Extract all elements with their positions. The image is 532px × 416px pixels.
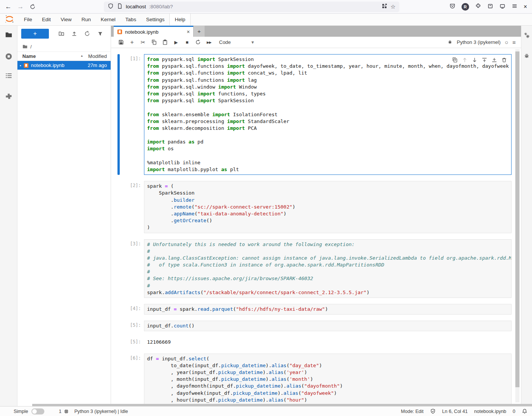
bookmark-star-icon[interactable]: ☆ bbox=[391, 3, 396, 10]
restart-kernel-icon[interactable] bbox=[192, 37, 203, 47]
file-row-selected[interactable]: • notebook.ipynb 27m ago bbox=[17, 61, 111, 70]
code-line: df = input_df.select( bbox=[147, 355, 509, 362]
simple-mode-toggle[interactable] bbox=[31, 408, 44, 414]
url-bar[interactable]: localhost:8080/lab? ☆ bbox=[104, 2, 399, 12]
menu-run[interactable]: Run bbox=[77, 14, 96, 25]
library-icon[interactable] bbox=[487, 3, 493, 11]
menu-help[interactable]: Help bbox=[169, 14, 191, 25]
running-kernels-icon[interactable] bbox=[4, 52, 13, 61]
cell-collapser[interactable] bbox=[117, 321, 120, 331]
notebook-tab[interactable]: notebook.ipynb × bbox=[114, 26, 193, 37]
kernel-name[interactable]: Python 3 (ipykernel) bbox=[457, 39, 501, 45]
paste-cells-icon[interactable] bbox=[160, 37, 171, 47]
cursor-position[interactable]: Ln 6, Col 41 bbox=[442, 409, 468, 414]
breadcrumb[interactable]: / bbox=[17, 42, 111, 51]
kernel-sessions[interactable]: 1 bbox=[59, 409, 69, 414]
run-all-icon[interactable]: ▶▶ bbox=[203, 37, 214, 47]
save-icon[interactable] bbox=[116, 37, 127, 47]
cell-collapser[interactable] bbox=[117, 354, 120, 406]
cell-hover-toolbar bbox=[450, 56, 509, 64]
menu-edit[interactable]: Edit bbox=[37, 14, 56, 25]
file-browser-toolbar: + bbox=[17, 26, 111, 42]
debugger-bug-icon[interactable] bbox=[447, 39, 453, 46]
profile-avatar[interactable]: R bbox=[462, 3, 469, 11]
page-icon[interactable] bbox=[117, 3, 123, 10]
cell-editor[interactable]: df = input_df.select( to_date(input_df.p… bbox=[144, 354, 512, 406]
browser-actions: R × bbox=[449, 3, 532, 11]
upload-icon[interactable] bbox=[68, 29, 81, 39]
extension-icon[interactable] bbox=[475, 3, 481, 11]
cell-collapser[interactable] bbox=[117, 239, 120, 298]
cell-editor[interactable]: input_df = spark.read.parquet("hdfs://hd… bbox=[144, 304, 512, 315]
menu-tabs[interactable]: Tabs bbox=[120, 14, 141, 25]
forward-icon[interactable]: → bbox=[14, 1, 27, 12]
kernel-status-text[interactable]: Python 3 (ipykernel) | Idle bbox=[74, 409, 128, 414]
reader-grid-icon[interactable] bbox=[382, 3, 388, 10]
simple-mode-label: Simple bbox=[14, 409, 28, 414]
new-folder-icon[interactable] bbox=[55, 29, 68, 39]
code-line: # java.lang.ClassCastException: cannot a… bbox=[147, 255, 509, 262]
filter-icon[interactable] bbox=[94, 29, 107, 39]
code-line bbox=[147, 132, 509, 139]
window-close-icon[interactable]: × bbox=[524, 3, 527, 10]
active-file-name[interactable]: notebook.ipynb bbox=[474, 409, 506, 414]
interrupt-kernel-icon[interactable]: ■ bbox=[182, 37, 192, 47]
notification-count[interactable]: 0 bbox=[513, 409, 515, 414]
toolbar-menu-icon[interactable]: ≡ bbox=[512, 39, 516, 45]
cell-collapser[interactable] bbox=[117, 181, 120, 233]
extension-manager-icon[interactable] bbox=[4, 92, 13, 101]
run-cell-icon[interactable]: ▶ bbox=[171, 37, 182, 47]
mode-indicator[interactable]: Mode: Edit bbox=[401, 409, 424, 414]
code-cell: [6]:df = input_df.select( to_date(input_… bbox=[117, 354, 512, 406]
cell-type-dropdown[interactable]: Code ▾ bbox=[219, 39, 258, 45]
file-browser-icon[interactable] bbox=[4, 30, 13, 39]
new-tab-button[interactable]: + bbox=[193, 26, 205, 37]
menu-view[interactable]: View bbox=[56, 14, 77, 25]
horizontal-scrollbar[interactable] bbox=[32, 404, 532, 406]
cell-collapser[interactable] bbox=[117, 54, 120, 175]
move-cell-up-icon[interactable] bbox=[461, 56, 469, 64]
bell-icon[interactable] bbox=[522, 408, 527, 414]
shield-icon[interactable] bbox=[108, 3, 114, 10]
back-icon[interactable]: ← bbox=[2, 1, 14, 12]
breadcrumb-root[interactable]: / bbox=[30, 44, 32, 50]
property-inspector-icon[interactable] bbox=[523, 32, 530, 40]
copy-cells-icon[interactable] bbox=[149, 37, 160, 47]
scrollbar-thumb[interactable] bbox=[515, 51, 519, 387]
table-of-contents-icon[interactable] bbox=[4, 71, 13, 80]
cell-editor[interactable]: spark = ( SparkSession .builder .remote(… bbox=[144, 181, 512, 233]
modified-column-header[interactable]: Modified bbox=[88, 53, 107, 59]
code-line: input_df = spark.read.parquet("hdfs://hd… bbox=[147, 306, 509, 313]
right-activity-bar bbox=[521, 26, 532, 406]
debugger-panel-icon[interactable] bbox=[523, 52, 530, 61]
menu-file[interactable]: File bbox=[19, 14, 37, 25]
refresh-icon[interactable] bbox=[81, 29, 94, 39]
insert-cell-below-icon[interactable] bbox=[490, 56, 498, 64]
name-column-header[interactable]: Name bbox=[22, 53, 36, 59]
menu-settings[interactable]: Settings bbox=[141, 14, 169, 25]
new-launcher-button[interactable]: + bbox=[21, 29, 49, 39]
pocket-icon[interactable] bbox=[449, 3, 455, 11]
add-cell-icon[interactable]: + bbox=[127, 37, 138, 47]
menu-icon[interactable] bbox=[512, 3, 518, 11]
cell-editor[interactable]: from pyspark.sql import SparkSessionfrom… bbox=[144, 54, 512, 175]
delete-cell-icon[interactable] bbox=[500, 56, 508, 64]
notebook-scrollbar[interactable] bbox=[515, 49, 519, 402]
insert-cell-above-icon[interactable] bbox=[480, 56, 488, 64]
jupyter-logo bbox=[5, 14, 14, 25]
cell-collapser[interactable] bbox=[117, 304, 120, 315]
kernel-status-icon[interactable]: ○ bbox=[505, 39, 508, 45]
code-line: , year(input_df.pickup_datetime).alias('… bbox=[147, 369, 509, 376]
cut-cells-icon[interactable]: ✂ bbox=[138, 37, 149, 47]
tab-close-icon[interactable]: × bbox=[187, 29, 190, 35]
duplicate-cell-icon[interactable] bbox=[451, 56, 459, 64]
cell-collapser[interactable] bbox=[117, 337, 120, 347]
cell-editor[interactable]: # Unfortunately this is needed to work a… bbox=[144, 239, 512, 298]
reload-icon[interactable] bbox=[27, 1, 39, 12]
code-line: # bbox=[147, 248, 509, 255]
monitor-icon[interactable] bbox=[499, 3, 505, 11]
cell-editor[interactable]: input_df.count() bbox=[144, 321, 512, 331]
move-cell-down-icon[interactable] bbox=[471, 56, 479, 64]
code-cell: [2]:spark = ( SparkSession .builder .rem… bbox=[117, 181, 512, 233]
menu-kernel[interactable]: Kernel bbox=[96, 14, 120, 25]
